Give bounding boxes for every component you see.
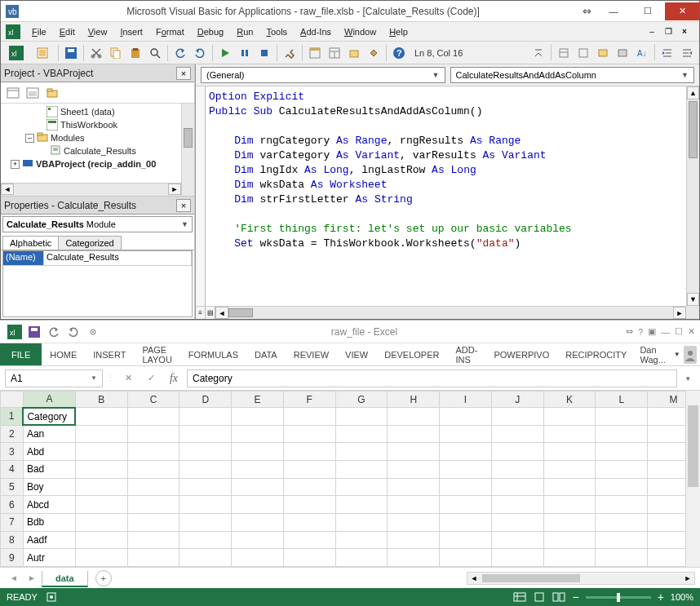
cell-A1[interactable]: Category (23, 408, 75, 426)
cell-K2[interactable] (543, 425, 596, 443)
procedure-view-button[interactable]: ≡ (196, 307, 206, 319)
zoom-in-button[interactable]: + (658, 591, 664, 604)
new-sheet-button[interactable]: + (95, 570, 112, 586)
cell-I5[interactable] (440, 478, 492, 496)
spreadsheet-grid[interactable]: ABCDEFGHIJKLM 1Category2Aan3Abd4Bad5Boy6… (0, 391, 700, 567)
scroll-right-icon[interactable]: ► (681, 573, 694, 584)
restore-down-icon[interactable]: ⇔ (583, 5, 591, 17)
menu-debug[interactable]: Debug (191, 25, 230, 38)
cell-J6[interactable] (491, 496, 543, 514)
cut-button[interactable] (87, 44, 105, 62)
ribbon-tab-file[interactable]: FILE (0, 343, 42, 365)
maximize-button[interactable]: ☐ (631, 2, 665, 20)
cell-A7[interactable]: Bdb (23, 513, 75, 531)
row-header-8[interactable]: 8 (1, 531, 24, 549)
cell-A2[interactable]: Aan (23, 425, 75, 443)
scroll-right-icon[interactable]: ► (168, 184, 181, 195)
cell-C1[interactable] (127, 408, 179, 426)
cell-K8[interactable] (543, 531, 596, 549)
cell-K3[interactable] (543, 443, 596, 461)
cell-D6[interactable] (179, 496, 232, 514)
project-panel-close-button[interactable]: × (176, 67, 191, 80)
help-button[interactable]: ? (390, 44, 408, 62)
cell-A8[interactable]: Aadf (23, 531, 75, 549)
cell-J1[interactable] (491, 408, 543, 426)
complete-word-button[interactable]: A↓ (633, 44, 651, 62)
cell-L8[interactable] (596, 531, 648, 549)
cell-J3[interactable] (491, 443, 543, 461)
ribbon-tab-home[interactable]: HOME (42, 343, 85, 365)
cell-K5[interactable] (543, 478, 596, 496)
cancel-formula-button[interactable]: ✕ (118, 369, 138, 387)
row-header-6[interactable]: 6 (1, 496, 24, 514)
tree-node-modules[interactable]: Modules (51, 133, 85, 143)
code-hscrollbar[interactable]: ◄ ► (215, 306, 686, 319)
qat-touch-mode-button[interactable] (83, 323, 103, 341)
cell-H3[interactable] (388, 443, 440, 461)
insert-object-button[interactable] (30, 44, 55, 62)
mdi-close-button[interactable]: × (678, 26, 691, 38)
cell-E8[interactable] (232, 531, 284, 549)
cell-F6[interactable] (283, 496, 335, 514)
full-module-view-button[interactable]: ▤ (206, 307, 215, 319)
menu-run[interactable]: Run (230, 25, 259, 38)
cell-C3[interactable] (127, 443, 179, 461)
cell-J4[interactable] (491, 460, 543, 478)
cell-F9[interactable] (283, 549, 335, 567)
cell-I3[interactable] (440, 443, 492, 461)
ribbon-options-button[interactable]: ? (638, 327, 643, 337)
prop-tab-alphabetic[interactable]: Alphabetic (2, 236, 59, 250)
ribbon-tab-reciprocity[interactable]: RECIPROCITY (557, 343, 635, 365)
cell-D7[interactable] (179, 513, 232, 531)
scroll-left-icon[interactable]: ◄ (215, 307, 228, 319)
pin-icon[interactable]: ⇔ (626, 326, 633, 337)
scroll-up-icon[interactable]: ▲ (687, 86, 699, 100)
list-constants-button[interactable] (574, 44, 592, 62)
cell-D2[interactable] (179, 425, 232, 443)
cell-B9[interactable] (75, 549, 127, 567)
cell-B2[interactable] (75, 425, 127, 443)
cell-C4[interactable] (127, 460, 179, 478)
cell-D5[interactable] (179, 478, 232, 496)
column-header-A[interactable]: A (23, 391, 75, 408)
expand-formula-bar-button[interactable]: ▾ (680, 374, 695, 383)
excel-close-button[interactable]: ✕ (688, 326, 695, 337)
run-button[interactable] (216, 44, 234, 62)
tree-node-sheet1[interactable]: Sheet1 (data) (60, 107, 115, 117)
cell-K1[interactable] (543, 408, 596, 426)
zoom-out-button[interactable]: − (572, 591, 578, 604)
ribbon-tab-add-ins[interactable]: ADD-INS (447, 343, 485, 365)
cell-J2[interactable] (491, 425, 543, 443)
code-editor[interactable]: Option Explicit Public Sub CalculateResu… (196, 86, 699, 319)
cell-I8[interactable] (440, 531, 492, 549)
cell-B7[interactable] (75, 513, 127, 531)
toggle-folders-button[interactable] (43, 85, 61, 101)
cell-F8[interactable] (283, 531, 335, 549)
cell-B4[interactable] (75, 460, 127, 478)
cell-B5[interactable] (75, 478, 127, 496)
menu-format[interactable]: Format (149, 25, 191, 38)
cell-G6[interactable] (335, 496, 388, 514)
copy-button[interactable] (107, 44, 125, 62)
page-layout-view-button[interactable] (533, 592, 546, 602)
column-header-L[interactable]: L (596, 391, 648, 408)
view-excel-button[interactable]: xl (4, 44, 29, 62)
insert-function-button[interactable]: fx (164, 369, 184, 387)
cell-H2[interactable] (388, 425, 440, 443)
excel-minimize-button[interactable]: — (661, 327, 670, 337)
menu-help[interactable]: Help (383, 25, 414, 38)
page-break-view-button[interactable] (552, 592, 565, 602)
properties-panel-close-button[interactable]: × (176, 199, 191, 212)
cell-C6[interactable] (127, 496, 179, 514)
cell-F3[interactable] (283, 443, 335, 461)
cell-I6[interactable] (440, 496, 492, 514)
parameter-info-button[interactable] (614, 44, 631, 62)
qat-save-button[interactable] (24, 323, 44, 341)
cell-B8[interactable] (75, 531, 127, 549)
menu-addins[interactable]: Add-Ins (294, 25, 338, 38)
cell-C9[interactable] (127, 549, 179, 567)
properties-window-button[interactable] (326, 44, 343, 62)
project-tree-vscrollbar[interactable] (181, 104, 194, 196)
row-header-2[interactable]: 2 (1, 425, 24, 443)
cell-H9[interactable] (388, 549, 440, 567)
